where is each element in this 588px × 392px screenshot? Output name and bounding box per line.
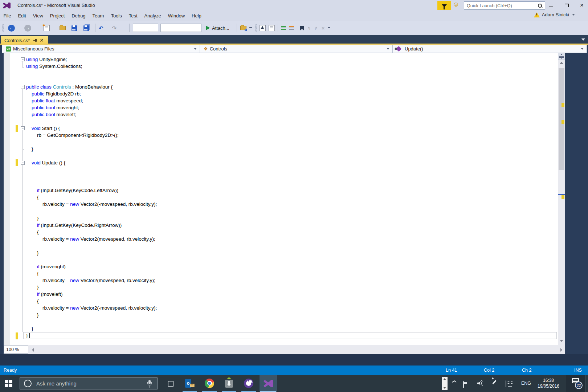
code-line[interactable]: rb.velocity = new Vector2(-movespeed, rb… xyxy=(26,305,157,311)
collapse-toggle[interactable]: − xyxy=(21,126,25,130)
menu-test[interactable]: Test xyxy=(125,11,141,21)
taskbar-github-button[interactable] xyxy=(240,375,257,391)
menu-team[interactable]: Team xyxy=(89,11,107,21)
open-file-button[interactable] xyxy=(60,26,66,30)
pin-icon[interactable] xyxy=(33,38,37,42)
navigate-forward-button[interactable]: → xyxy=(24,25,31,32)
save-all-button[interactable] xyxy=(83,25,89,31)
code-line[interactable]: } xyxy=(26,325,157,332)
tray-scroll-control[interactable] xyxy=(442,377,448,390)
restore-button[interactable] xyxy=(560,0,573,11)
code-line[interactable]: rb.velocity = new Vector2(movespeed, rb.… xyxy=(26,236,157,242)
code-line[interactable]: { xyxy=(26,194,157,201)
platform-dropdown[interactable] xyxy=(160,24,201,32)
scroll-right-arrow-icon[interactable] xyxy=(560,348,562,352)
code-line[interactable] xyxy=(26,77,157,83)
taskbar-chrome-button[interactable] xyxy=(201,375,218,391)
undo-button[interactable]: ↶ xyxy=(99,25,103,31)
code-line[interactable]: if (moveleft) xyxy=(26,291,157,298)
tab-close-icon[interactable]: ✕ xyxy=(40,38,44,43)
feedback-filter-button[interactable] xyxy=(437,1,451,10)
menu-project[interactable]: Project xyxy=(46,11,68,21)
previous-bookmark-button[interactable]: ↰ xyxy=(307,25,311,31)
collapse-toggle[interactable]: − xyxy=(21,85,25,89)
code-line[interactable]: if (Input.GetKey(KeyCode.RightArrow)) xyxy=(26,222,157,229)
menu-tools[interactable]: Tools xyxy=(107,11,125,21)
scrollbar-thumb[interactable] xyxy=(559,68,564,170)
show-desktop-divider[interactable] xyxy=(585,375,585,392)
taskbar-visual-studio-button[interactable] xyxy=(260,375,277,392)
vertical-scrollbar[interactable] xyxy=(558,53,565,345)
next-bookmark-button[interactable]: ↱ xyxy=(314,25,318,31)
toolbar-overflow-button[interactable] xyxy=(249,27,252,29)
code-line[interactable]: } xyxy=(26,311,157,318)
code-line[interactable] xyxy=(26,242,157,249)
menu-window[interactable]: Window xyxy=(164,11,188,21)
code-line[interactable] xyxy=(26,208,157,215)
find-in-files-button[interactable] xyxy=(240,26,246,30)
code-line[interactable]: public float movespeed; xyxy=(26,97,157,104)
feedback-smiley-icon[interactable]: ☺ xyxy=(453,1,459,8)
language-indicator[interactable]: ENG xyxy=(521,375,531,392)
menu-view[interactable]: View xyxy=(29,11,46,21)
minimize-button[interactable] xyxy=(544,0,557,11)
code-line[interactable]: rb.velocity = new Vector2(-movespeed, rb… xyxy=(26,201,157,208)
member-dropdown[interactable]: Update() xyxy=(393,45,587,53)
code-line[interactable] xyxy=(26,166,157,173)
code-line[interactable]: } xyxy=(26,249,157,256)
toggle-bookmark-button[interactable] xyxy=(300,26,304,30)
type-dropdown[interactable]: ❖ Controls xyxy=(200,45,393,53)
task-view-button[interactable] xyxy=(162,375,179,392)
code-line[interactable]: void Update () { xyxy=(26,159,157,166)
toolbar-overflow-button[interactable] xyxy=(328,27,330,29)
menu-debug[interactable]: Debug xyxy=(68,11,89,21)
code-line[interactable] xyxy=(26,152,157,159)
cortana-search-input[interactable]: Ask me anything xyxy=(20,377,158,389)
taskbar-outlook-button[interactable]: o xyxy=(181,375,199,391)
menu-help[interactable]: Help xyxy=(188,11,205,21)
close-button[interactable]: × xyxy=(576,0,588,11)
scroll-down-arrow-icon[interactable] xyxy=(560,340,563,342)
code-editor[interactable]: −−−− using UnityEngine;using System.Coll… xyxy=(0,53,588,345)
code-line[interactable]: if (moveright) xyxy=(26,263,157,270)
code-line[interactable] xyxy=(26,139,157,146)
attach-button[interactable]: Attach... xyxy=(212,25,229,31)
comment-lines-button[interactable] xyxy=(281,26,286,30)
microphone-icon[interactable] xyxy=(147,380,152,387)
clear-bookmarks-button[interactable]: ✕ xyxy=(320,25,324,31)
code-line[interactable]: { xyxy=(26,229,157,236)
code-line[interactable] xyxy=(26,180,157,187)
code-line[interactable]: void Start () { xyxy=(26,125,157,132)
battery-tray-icon[interactable] xyxy=(463,381,464,388)
code-line[interactable]: } xyxy=(26,332,157,339)
code-line[interactable]: { xyxy=(26,270,157,277)
signed-in-user[interactable]: Adam Sinicki xyxy=(534,12,575,17)
code-line[interactable]: } xyxy=(26,284,157,291)
tab-controls-cs[interactable]: Controls.cs* ✕ xyxy=(1,36,48,45)
menu-file[interactable]: File xyxy=(0,11,15,21)
configuration-dropdown[interactable] xyxy=(133,24,158,32)
code-line[interactable]: using UnityEngine; xyxy=(26,56,157,63)
touch-keyboard-tray-icon[interactable] xyxy=(506,381,506,387)
code-line[interactable] xyxy=(26,70,157,77)
menu-edit[interactable]: Edit xyxy=(15,11,29,21)
code-line[interactable]: public bool moveright; xyxy=(26,104,157,111)
uncomment-lines-button[interactable] xyxy=(289,26,294,30)
code-line[interactable]: } xyxy=(26,215,157,222)
new-file-button[interactable] xyxy=(44,25,50,31)
code-line[interactable] xyxy=(26,173,157,180)
scroll-left-arrow-icon[interactable] xyxy=(32,348,34,352)
member-list-button[interactable] xyxy=(260,25,266,31)
code-line[interactable] xyxy=(26,256,157,263)
code-line[interactable]: public bool moveleft; xyxy=(26,111,157,118)
code-line[interactable]: { xyxy=(26,298,157,305)
collapse-toggle[interactable]: − xyxy=(21,161,25,165)
code-line[interactable]: using System.Collections; xyxy=(26,63,157,70)
code-line[interactable]: public Rigidbody2D rb; xyxy=(26,90,157,97)
save-button[interactable] xyxy=(72,25,77,31)
action-center-button[interactable]: 22 xyxy=(566,375,585,392)
code-line[interactable]: rb = GetComponent<Rigidbody2D>(); xyxy=(26,132,157,139)
editor-zoom-dropdown[interactable]: 100 % xyxy=(4,346,28,354)
toolbar-grip[interactable] xyxy=(2,24,4,32)
parameter-info-button[interactable] xyxy=(269,25,275,31)
